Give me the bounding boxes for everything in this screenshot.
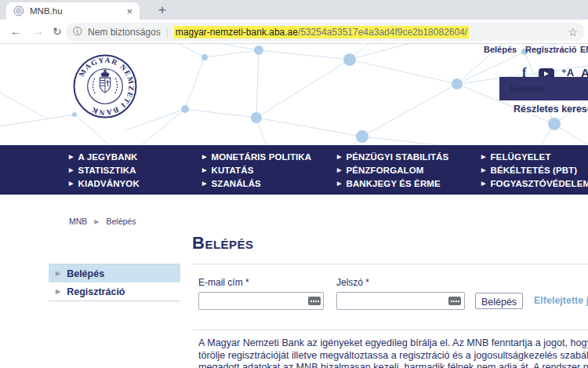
sidebar-item-label: Regisztráció: [67, 286, 125, 297]
nav-item-label: KIADVÁNYOK: [78, 179, 139, 188]
email-field[interactable]: [198, 292, 324, 310]
nav-arrow-icon: ▶: [69, 167, 73, 173]
webpage: MAGYAR NEMZETI BANK Belépés Regisztráció…: [0, 44, 588, 368]
nav-item-label: FOGYASZTÓVÉDELEM: [490, 179, 588, 188]
nav-item-szanalas[interactable]: ▶SZANÁLÁS: [202, 177, 337, 190]
tab-strip: MNB.hu × +: [0, 0, 588, 20]
tab-close-icon[interactable]: ×: [126, 6, 132, 16]
browser-tab[interactable]: MNB.hu ×: [6, 2, 140, 20]
nav-arrow-icon: ▶: [337, 154, 341, 159]
nav-arrow-icon: ▶: [69, 180, 73, 186]
forward-icon[interactable]: →: [32, 24, 44, 39]
sidebar-item-regisztracio[interactable]: ▶ Regisztráció: [49, 282, 180, 301]
sidebar-arrow-icon: ▶: [56, 288, 60, 295]
password-label: Jelszó *: [336, 277, 369, 288]
url-domain: magyar-nemzeti-bank.aba.ae: [176, 27, 298, 38]
nav-arrow-icon: ▶: [202, 167, 206, 173]
bookmark-star-icon[interactable]: ☆: [568, 26, 578, 38]
page-title: Belépés: [192, 233, 254, 253]
nav-arrow-icon: ▶: [337, 167, 341, 173]
nav-item-label: MONETÁRIS POLITIKA: [211, 152, 311, 162]
nav-item-jegybank[interactable]: ▶A JEGYBANK: [69, 150, 202, 163]
site-search-box: [499, 77, 588, 100]
nav-item-bekeltetes[interactable]: ▶BÉKÉLTETÉS (PBT): [481, 163, 588, 177]
nav-item-label: FELÜGYELET: [490, 152, 550, 162]
nav-item-label: KUTATÁS: [211, 166, 253, 175]
browser-window: MNB.hu × + ← → ↻ ⓘ Nem biztonságos | mag…: [0, 0, 588, 368]
nav-item-felugyelet[interactable]: ▶FELÜGYELET: [481, 150, 588, 163]
nav-item-label: A JEGYBANK: [78, 152, 137, 162]
header-login-link[interactable]: Belépés: [484, 45, 517, 54]
forgot-password-link[interactable]: Elfelejtette jelszavát?: [534, 295, 588, 306]
security-label: Nem biztonságos: [88, 27, 161, 38]
email-label: E-mail cím *: [198, 277, 249, 288]
nav-arrow-icon: ▶: [481, 180, 485, 186]
nav-item-label: BÉKÉLTETÉS (PBT): [490, 166, 577, 175]
nav-item-penzforgalom[interactable]: ▶PÉNZFORGALOM: [337, 163, 481, 177]
nav-item-fogyasztovedelem[interactable]: ▶FOGYASZTÓVÉDELEM: [481, 177, 588, 190]
password-manager-icon[interactable]: [308, 297, 321, 305]
nav-item-bankjegy-es-erme[interactable]: ▶BANKJEGY ÉS ÉRME: [337, 177, 481, 190]
nav-item-label: PÉNZFORGALOM: [346, 166, 423, 175]
new-tab-button[interactable]: +: [152, 1, 172, 20]
language-toggle-link[interactable]: EN: [580, 45, 588, 54]
breadcrumb: MNB ▶ Belépés: [69, 217, 136, 226]
form-bottom-divider: [192, 330, 588, 330]
legal-paragraph: A Magyar Nemzeti Bank az igényeket egyed…: [198, 337, 588, 368]
nav-item-monetaris-politika[interactable]: ▶MONETÁRIS POLITIKA: [202, 150, 337, 163]
password-manager-icon[interactable]: [448, 297, 461, 305]
sidebar-arrow-icon: ▶: [56, 270, 60, 277]
tab-title: MNB.hu: [30, 6, 126, 16]
info-icon[interactable]: ⓘ: [73, 25, 82, 38]
nav-item-kutatas[interactable]: ▶KUTATÁS: [202, 163, 337, 177]
sidebar: ▶ Belépés ▶ Regisztráció: [49, 264, 180, 301]
nav-item-statisztika[interactable]: ▶STATISZTIKA: [69, 163, 202, 177]
nav-arrow-icon: ▶: [202, 180, 206, 186]
nav-item-penzugyi-stabilitas[interactable]: ▶PÉNZÜGYI STABILITÁS: [337, 150, 481, 163]
paragraph-line: törölje regisztrációját illetve megválto…: [198, 350, 588, 363]
url-path: /53254a53517e4a3ad4f9ce2b18082604/: [298, 27, 467, 38]
password-field[interactable]: [336, 292, 465, 310]
sidebar-item-belepes[interactable]: ▶ Belépés: [49, 264, 180, 282]
address-bar[interactable]: ⓘ Nem biztonságos | magyar-nemzeti-bank.…: [66, 23, 585, 41]
mnb-logo[interactable]: MAGYAR NEMZETI BANK: [72, 53, 138, 119]
page-url[interactable]: magyar-nemzeti-bank.aba.ae/53254a53517e4…: [174, 26, 469, 38]
login-button[interactable]: Belépés: [475, 293, 523, 309]
back-icon[interactable]: ←: [10, 24, 22, 39]
content-top-divider: [192, 264, 588, 264]
site-favicon-icon: [13, 5, 24, 16]
nav-arrow-icon: ▶: [481, 154, 485, 159]
reload-icon[interactable]: ↻: [53, 24, 62, 39]
nav-item-label: STATISZTIKA: [78, 166, 136, 175]
nav-item-kiadvanyok[interactable]: ▶KIADVÁNYOK: [69, 177, 202, 190]
breadcrumb-separator-icon: ▶: [94, 218, 99, 225]
url-separator: |: [166, 27, 169, 38]
nav-arrow-icon: ▶: [69, 154, 73, 159]
sidebar-item-label: Belépés: [67, 268, 104, 279]
nav-item-label: SZANÁLÁS: [211, 179, 260, 188]
main-navigation: ▶A JEGYBANK ▶STATISZTIKA ▶KIADVÁNYOK ▶MO…: [0, 145, 588, 195]
breadcrumb-root-link[interactable]: MNB: [69, 217, 87, 226]
breadcrumb-current: Belépés: [107, 217, 136, 226]
nav-item-label: PÉNZÜGYI STABILITÁS: [346, 152, 448, 162]
nav-arrow-icon: ▶: [337, 180, 341, 186]
nav-arrow-icon: ▶: [481, 167, 485, 173]
header-register-link[interactable]: Regisztráció: [525, 45, 576, 54]
paragraph-line: megadott adatokat az MNB bizalmasan keze…: [198, 362, 588, 368]
browser-toolbar: ← → ↻ ⓘ Nem biztonságos | magyar-nemzeti…: [0, 20, 588, 44]
search-input[interactable]: [499, 77, 588, 100]
detailed-search-link[interactable]: Részletes keresés: [514, 104, 588, 115]
paragraph-line: A Magyar Nemzeti Bank az igényeket egyed…: [198, 337, 588, 350]
nav-arrow-icon: ▶: [202, 154, 206, 159]
nav-item-label: BANKJEGY ÉS ÉRME: [346, 179, 440, 188]
